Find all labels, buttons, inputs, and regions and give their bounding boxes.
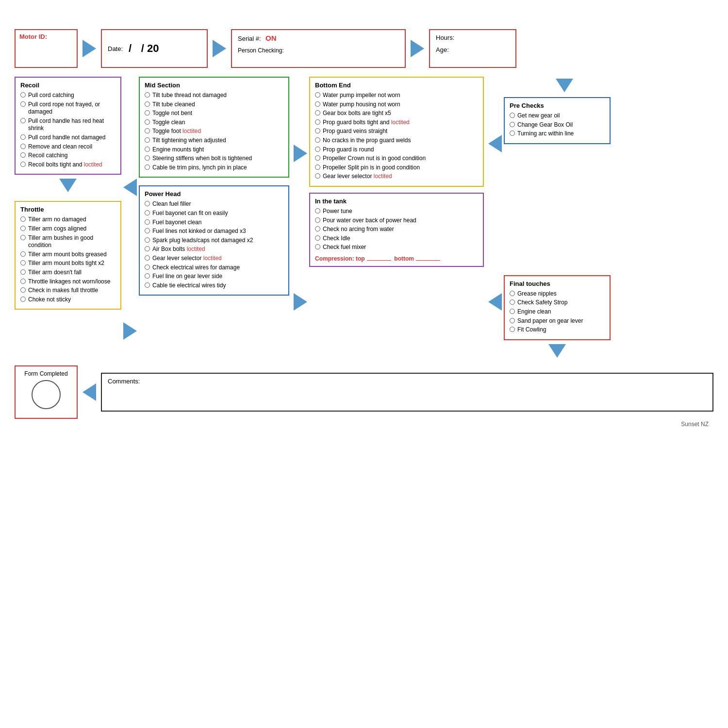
list-item: Tiller arm mount bolts tight x2 <box>20 260 116 267</box>
checkbox[interactable] <box>315 110 320 116</box>
checkbox[interactable] <box>20 92 26 98</box>
serial-label: Serial #: <box>238 35 261 42</box>
comments-box[interactable]: Comments: <box>101 373 713 412</box>
checkbox[interactable] <box>510 113 515 118</box>
checkbox[interactable] <box>145 255 150 261</box>
checkbox[interactable] <box>20 152 26 158</box>
arrow-col-1 <box>121 77 139 340</box>
arrow-comments-to-form <box>83 383 96 401</box>
checkbox[interactable] <box>510 327 515 332</box>
checkbox[interactable] <box>315 101 320 107</box>
list-item: Turning arc within line <box>510 130 605 138</box>
hours-label: Hours: <box>436 34 510 41</box>
list-item: Gear lever selector loctited <box>315 173 478 181</box>
checkbox[interactable] <box>145 119 150 125</box>
serial-box: Serial #: ON Person Checking: <box>231 29 406 68</box>
checkbox[interactable] <box>315 128 320 133</box>
checkbox[interactable] <box>145 165 150 170</box>
checkbox[interactable] <box>315 173 320 179</box>
checkbox[interactable] <box>20 251 26 257</box>
checkbox[interactable] <box>510 291 515 296</box>
checkbox[interactable] <box>145 137 150 143</box>
checkbox[interactable] <box>145 237 150 243</box>
checkbox[interactable] <box>315 226 320 232</box>
footer-row: Form Completed Comments: <box>15 365 713 419</box>
checkbox[interactable] <box>145 228 150 233</box>
checkbox[interactable] <box>315 235 320 241</box>
checkbox[interactable] <box>20 260 26 265</box>
checkbox[interactable] <box>315 208 320 214</box>
checkbox[interactable] <box>20 162 26 167</box>
checkbox[interactable] <box>315 217 320 223</box>
loctited-text: loctited <box>187 246 205 252</box>
checkbox[interactable] <box>20 235 26 240</box>
list-item: Remove and clean recoil <box>20 143 116 151</box>
checkbox[interactable] <box>20 118 26 123</box>
list-item: Check fuel mixer <box>315 244 478 251</box>
list-item: Check Safety Strop <box>510 299 605 307</box>
checkbox[interactable] <box>510 309 515 314</box>
list-item: Check Idle <box>315 235 478 243</box>
checkbox[interactable] <box>20 144 26 149</box>
checkbox[interactable] <box>145 128 150 133</box>
checkbox[interactable] <box>145 201 150 206</box>
checkbox[interactable] <box>145 101 150 107</box>
checkbox[interactable] <box>145 110 150 116</box>
checkbox[interactable] <box>145 219 150 225</box>
checkbox[interactable] <box>315 137 320 143</box>
checkbox[interactable] <box>510 131 515 136</box>
list-item: Recoil catching <box>20 152 116 160</box>
checkbox[interactable] <box>315 155 320 161</box>
arrow-recoil-down <box>15 175 121 196</box>
list-item: Engine mounts tight <box>145 146 283 154</box>
bottomend-box: Bottom End Water pump impeller not worn … <box>309 77 484 187</box>
checkbox[interactable] <box>20 269 26 275</box>
checkbox[interactable] <box>315 119 320 125</box>
checkbox[interactable] <box>510 299 515 305</box>
checkbox[interactable] <box>145 246 150 251</box>
age-label: Age: <box>436 46 510 53</box>
list-item: Tilt tightening when adjusted <box>145 137 283 145</box>
checkbox[interactable] <box>510 318 515 323</box>
arrow-final-down <box>504 340 611 362</box>
checkbox[interactable] <box>145 265 150 270</box>
arrow-date-to-serial <box>213 40 226 57</box>
arrow-left-prechecks <box>488 135 502 152</box>
list-item: Toggle foot loctited <box>145 128 283 135</box>
list-item: Tiller arm bushes in good condition <box>20 234 116 249</box>
arrow-serial-to-hours <box>411 40 424 57</box>
checkbox[interactable] <box>145 92 150 98</box>
checkbox[interactable] <box>20 101 26 107</box>
checkbox[interactable] <box>20 279 26 284</box>
checkbox[interactable] <box>315 92 320 98</box>
arrow-hours-down <box>504 77 625 94</box>
list-item: Steering stiffens when bolt is tightened <box>145 155 283 163</box>
list-item: Tiller arm no damaged <box>20 216 116 224</box>
form-completed-circle[interactable] <box>32 380 61 409</box>
motor-id-box: Motor ID: <box>15 29 78 68</box>
inthetank-box: In the tank Power tune Pour water over b… <box>309 193 484 267</box>
checkbox[interactable] <box>145 155 150 161</box>
motor-id-label: Motor ID: <box>19 33 47 40</box>
checkbox[interactable] <box>315 165 320 170</box>
checkbox[interactable] <box>20 216 26 222</box>
list-item: Propeller Split pin is in good condition <box>315 164 478 172</box>
checkbox[interactable] <box>20 297 26 302</box>
list-item: Pull cord rope not frayed, or damaged <box>20 101 116 116</box>
checkbox[interactable] <box>145 282 150 288</box>
list-item: Gear box bolts are tight x5 <box>315 110 478 117</box>
checkbox[interactable] <box>145 273 150 279</box>
list-item: Fuel bayonet can fit on easily <box>145 210 283 217</box>
loctited-text: loctited <box>391 119 410 126</box>
checkbox[interactable] <box>145 210 150 215</box>
checkbox[interactable] <box>20 226 26 231</box>
list-item: Pull cord handle not damaged <box>20 134 116 142</box>
checkbox[interactable] <box>315 147 320 152</box>
checkbox[interactable] <box>20 287 26 293</box>
checkbox[interactable] <box>20 134 26 140</box>
list-item: Air Box bolts loctited <box>145 246 283 253</box>
checkbox[interactable] <box>315 244 320 249</box>
list-item: Fuel line on gear lever side <box>145 273 283 281</box>
checkbox[interactable] <box>510 122 515 127</box>
checkbox[interactable] <box>145 147 150 152</box>
